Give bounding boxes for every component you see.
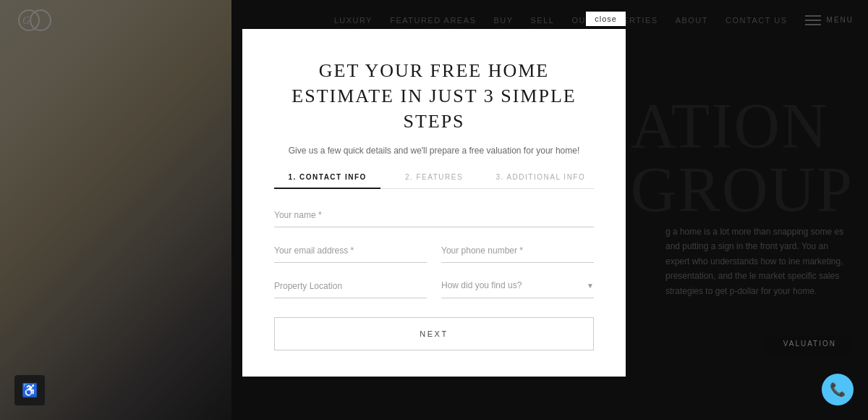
step-additional-info[interactable]: 3. ADDITIONAL INFO: [488, 173, 594, 188]
step-features[interactable]: 2. FEATURES: [380, 173, 487, 188]
phone-button[interactable]: 📞: [822, 374, 854, 406]
name-input[interactable]: [274, 210, 594, 220]
modal-title: GET YOUR FREE HOME ESTIMATE IN JUST 3 SI…: [274, 58, 594, 134]
location-field-wrapper: [274, 279, 427, 298]
name-field-wrapper: [274, 208, 594, 227]
accessibility-icon: ♿: [22, 382, 38, 398]
phone-input[interactable]: [441, 245, 594, 256]
phone-icon: 📞: [830, 382, 846, 398]
steps-tabs: 1. CONTACT INFO 2. FEATURES 3. ADDITIONA…: [274, 173, 594, 189]
modal-subtitle: Give us a few quick details and we'll pr…: [274, 144, 594, 157]
source-select-wrapper: How did you find us? Google Facebook Ins…: [441, 279, 594, 298]
location-source-row: How did you find us? Google Facebook Ins…: [274, 279, 594, 298]
chevron-down-icon: ▼: [587, 282, 594, 290]
email-phone-row: [274, 243, 594, 263]
email-input[interactable]: [274, 245, 427, 256]
next-button[interactable]: NEXT: [274, 317, 594, 350]
name-field-row: [274, 208, 594, 227]
estimate-modal: close GET YOUR FREE HOME ESTIMATE IN JUS…: [242, 29, 626, 377]
email-field-wrapper: [274, 243, 427, 263]
step-contact-info[interactable]: 1. CONTACT INFO: [274, 173, 380, 188]
location-input[interactable]: [274, 281, 427, 291]
phone-field-wrapper: [441, 243, 594, 263]
source-select[interactable]: How did you find us? Google Facebook Ins…: [441, 280, 587, 290]
close-button[interactable]: close: [586, 12, 626, 26]
accessibility-button[interactable]: ♿: [14, 375, 45, 406]
